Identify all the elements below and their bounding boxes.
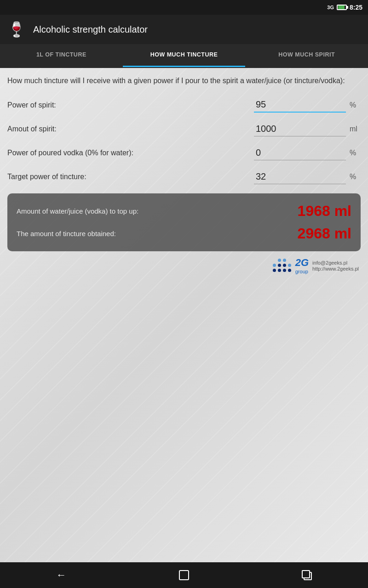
- amount-spirit-input-group: ml: [254, 122, 361, 136]
- tincture-amount-label: The amount of tincture obtained:: [17, 230, 298, 237]
- home-icon: [179, 570, 189, 580]
- target-power-unit: %: [350, 173, 361, 181]
- clock: 8:25: [350, 4, 362, 11]
- target-power-input[interactable]: [254, 170, 346, 184]
- power-spirit-input[interactable]: [254, 97, 346, 113]
- power-vodka-unit: %: [350, 149, 361, 157]
- logo-brand: 2G group: [295, 257, 309, 274]
- water-amount-row: Amount of water/juice (vodka) to top up:…: [17, 203, 351, 220]
- power-spirit-unit: %: [350, 101, 361, 109]
- power-spirit-input-group: %: [254, 97, 361, 113]
- back-icon: ←: [56, 569, 66, 581]
- back-button[interactable]: ←: [47, 566, 75, 584]
- target-power-row: Target power of tincture: %: [7, 170, 361, 184]
- tincture-amount-value: 2968 ml: [298, 225, 351, 242]
- main-content: How much tincture will I receive with a …: [0, 68, 368, 562]
- water-amount-label: Amount of water/juice (vodka) to top up:: [17, 207, 298, 215]
- recents-button[interactable]: [293, 566, 321, 584]
- logo-contact: info@2geeks.pl http://www.2geeks.pl: [312, 260, 359, 271]
- logo-area: 2G group info@2geeks.pl http://www.2geek…: [7, 257, 361, 274]
- power-vodka-label: Power of poured vodka (0% for water):: [7, 149, 254, 157]
- home-button[interactable]: [170, 566, 198, 584]
- app-icon: 🍷: [7, 20, 26, 39]
- logo-dots: [273, 259, 292, 272]
- power-spirit-row: Power of spirit: %: [7, 97, 361, 113]
- power-vodka-input[interactable]: [254, 146, 346, 160]
- tab-how-much-tincture[interactable]: HOW MUCH TINCTURE: [123, 44, 246, 67]
- power-vodka-input-group: %: [254, 146, 361, 160]
- app-bar: 🍷 Alcoholic strength calculator: [0, 15, 368, 44]
- status-bar: 3G 8:25: [0, 0, 368, 15]
- amount-spirit-label: Amout of spirit:: [7, 125, 254, 133]
- tab-how-much-spirit[interactable]: HOW MUCH SPIRIT: [245, 44, 368, 67]
- wine-glass-icon: 🍷: [7, 22, 26, 37]
- logo-email: info@2geeks.pl: [312, 260, 359, 266]
- target-power-input-group: %: [254, 170, 361, 184]
- target-power-label: Target power of tincture:: [7, 173, 254, 181]
- tincture-amount-row: The amount of tincture obtained: 2968 ml: [17, 225, 351, 242]
- amount-spirit-row: Amout of spirit: ml: [7, 122, 361, 136]
- logo-website: http://www.2geeks.pl: [312, 266, 359, 271]
- result-box: Amount of water/juice (vodka) to top up:…: [7, 193, 361, 251]
- tab-1l-tincture[interactable]: 1L OF TINCTURE: [0, 44, 123, 67]
- amount-spirit-input[interactable]: [254, 122, 346, 136]
- battery-icon: [337, 5, 347, 10]
- signal-icon: 3G: [327, 5, 334, 10]
- nav-bar: ←: [0, 562, 368, 588]
- water-amount-value: 1968 ml: [298, 203, 351, 220]
- app-title: Alcoholic strength calculator: [33, 24, 148, 35]
- power-spirit-label: Power of spirit:: [7, 101, 254, 109]
- description-text: How much tincture will I receive with a …: [7, 75, 361, 86]
- amount-spirit-unit: ml: [350, 125, 361, 133]
- status-icons: 3G 8:25: [327, 4, 362, 11]
- logo-2g-text: 2G: [295, 257, 309, 269]
- recents-icon: [302, 570, 312, 580]
- tab-bar: 1L OF TINCTURE HOW MUCH TINCTURE HOW MUC…: [0, 44, 368, 68]
- power-vodka-row: Power of poured vodka (0% for water): %: [7, 146, 361, 160]
- logo-group-label: group: [295, 269, 308, 274]
